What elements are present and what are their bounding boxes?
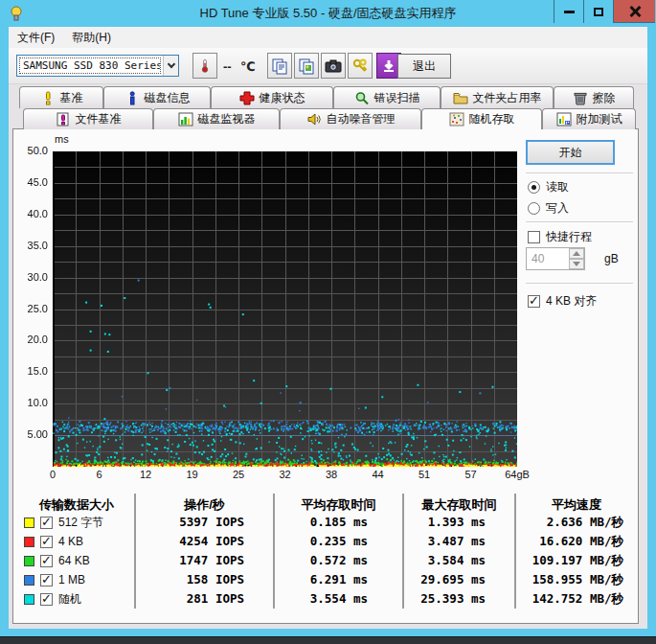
chevron-down-icon[interactable] bbox=[163, 56, 178, 76]
copy-text-icon bbox=[271, 58, 288, 75]
ops-cell: 281 IOPS bbox=[134, 589, 273, 609]
ops-cell: 5397 IOPS bbox=[134, 513, 273, 532]
y-tick-label: 35.0 bbox=[16, 240, 48, 251]
speed-cell: 158.955 MB/秒 bbox=[514, 570, 637, 589]
tab-erase[interactable]: 擦除 bbox=[554, 86, 634, 108]
info-icon bbox=[124, 91, 140, 105]
tab-label: 健康状态 bbox=[260, 90, 305, 106]
menu-file[interactable]: 文件(F) bbox=[9, 28, 63, 48]
options-button[interactable] bbox=[348, 53, 373, 79]
speed-cell: 2.636 MB/秒 bbox=[514, 513, 637, 532]
series-color-swatch bbox=[24, 518, 34, 528]
max-cell: 3.584 ms bbox=[402, 551, 514, 570]
titlebar: HD Tune 专业版 5.50 - 硬盘/固态硬盘实用程序 bbox=[0, 0, 656, 27]
y-tick-label: 20.0 bbox=[16, 334, 48, 345]
series-checkbox[interactable] bbox=[40, 517, 53, 529]
avg-cell: 0.572 ms bbox=[273, 551, 402, 570]
series-label: 4 KB bbox=[58, 535, 83, 548]
avg-cell: 0.235 ms bbox=[273, 532, 402, 551]
exclamation-icon bbox=[40, 91, 56, 105]
capacity-unit-label: gB bbox=[604, 252, 619, 265]
file-exclamation-icon bbox=[56, 112, 71, 126]
tab-label: 基准 bbox=[60, 90, 83, 106]
series-label: 随机 bbox=[58, 591, 81, 608]
tab-label: 磁盘信息 bbox=[145, 90, 191, 106]
max-cell: 29.695 ms bbox=[402, 570, 514, 589]
tab-random-access[interactable]: 随机存取 bbox=[421, 108, 542, 129]
tab-label: 随机存取 bbox=[469, 111, 515, 127]
table-row-legend: 随机 bbox=[19, 589, 134, 609]
chevron-down-icon bbox=[573, 262, 580, 270]
app-window: HD Tune 专业版 5.50 - 硬盘/固态硬盘实用程序 文件(F) 帮助(… bbox=[0, 0, 656, 644]
spinner-down-button[interactable] bbox=[569, 259, 584, 269]
short-stroke-checkbox[interactable] bbox=[528, 231, 540, 243]
write-radio-row[interactable]: 写入 bbox=[528, 200, 569, 217]
spinner-up-button[interactable] bbox=[569, 248, 584, 259]
chart-grid-icon bbox=[556, 112, 572, 126]
read-radio[interactable] bbox=[528, 181, 540, 194]
y-tick-label: 25.0 bbox=[16, 303, 48, 314]
tab-row-2: 文件基准 磁盘监视器 自动噪音管理 随机存取 附加测试 bbox=[23, 108, 636, 129]
y-tick-label: 50.0 bbox=[16, 145, 48, 156]
tab-benchmark[interactable]: 基准 bbox=[19, 86, 103, 108]
table-row-legend: 1 MB bbox=[19, 570, 134, 589]
camera-button[interactable] bbox=[321, 53, 346, 79]
max-cell: 25.393 ms bbox=[402, 589, 514, 609]
y-tick-label: 15.0 bbox=[16, 365, 48, 377]
tab-extra-tests[interactable]: 附加测试 bbox=[542, 108, 636, 129]
drive-select[interactable]: SAMSUNG SSD 830 Series (64 gB) bbox=[16, 55, 179, 77]
start-button[interactable]: 开始 bbox=[526, 140, 615, 165]
tab-label: 文件夹占用率 bbox=[473, 90, 542, 106]
write-radio[interactable] bbox=[528, 202, 540, 215]
ops-cell: 4254 IOPS bbox=[134, 532, 273, 551]
tab-label: 文件基准 bbox=[76, 111, 122, 127]
series-label: 512 字节 bbox=[58, 515, 103, 531]
write-radio-label: 写入 bbox=[546, 200, 569, 217]
y-tick-label: 40.0 bbox=[16, 208, 48, 219]
avg-cell: 0.185 ms bbox=[273, 513, 402, 532]
tab-health[interactable]: 健康状态 bbox=[211, 86, 333, 108]
short-stroke-row[interactable]: 快捷行程 bbox=[528, 229, 592, 245]
tab-label: 擦除 bbox=[593, 90, 616, 106]
series-label: 64 KB bbox=[58, 554, 90, 567]
x-tick-label: 38 bbox=[310, 469, 352, 480]
tab-aam[interactable]: 自动噪音管理 bbox=[280, 108, 421, 129]
x-tick-label: 0 bbox=[32, 469, 74, 480]
copy-image-button[interactable] bbox=[294, 53, 319, 79]
close-button[interactable] bbox=[613, 0, 655, 23]
tab-file-benchmark[interactable]: 文件基准 bbox=[23, 108, 153, 129]
y-tick-label: 10.0 bbox=[16, 397, 48, 408]
menu-help[interactable]: 帮助(H) bbox=[63, 28, 120, 48]
window-frame bbox=[0, 629, 656, 636]
copy-text-button[interactable] bbox=[267, 53, 292, 79]
x-tick-label: 6 bbox=[79, 469, 121, 480]
read-radio-row[interactable]: 读取 bbox=[528, 179, 569, 196]
folder-icon bbox=[453, 91, 468, 105]
series-checkbox[interactable] bbox=[40, 536, 53, 548]
magnifier-icon bbox=[354, 91, 370, 105]
tab-error-scan[interactable]: 错误扫描 bbox=[333, 86, 441, 108]
divider bbox=[526, 283, 633, 285]
series-checkbox[interactable] bbox=[40, 593, 53, 606]
temperature-button[interactable] bbox=[192, 53, 217, 79]
tab-disk-info[interactable]: 磁盘信息 bbox=[103, 86, 211, 108]
drive-select-value: SAMSUNG SSD 830 Series (64 gB) bbox=[19, 58, 161, 74]
align-row[interactable]: 4 KB 对齐 bbox=[528, 293, 597, 310]
align-checkbox[interactable] bbox=[528, 295, 540, 308]
camera-icon bbox=[325, 58, 342, 74]
tab-disk-monitor[interactable]: 磁盘监视器 bbox=[153, 108, 280, 129]
capacity-value: 40 bbox=[527, 248, 569, 269]
chevron-up-icon bbox=[573, 247, 580, 256]
toolbar: SAMSUNG SSD 830 Series (64 gB) -- ℃ 退出 bbox=[9, 48, 647, 84]
series-checkbox[interactable] bbox=[40, 555, 53, 567]
series-checkbox[interactable] bbox=[40, 574, 53, 586]
exit-button[interactable]: 退出 bbox=[397, 54, 451, 79]
maximize-button[interactable] bbox=[583, 0, 613, 23]
capacity-spinner[interactable]: 40 bbox=[526, 247, 585, 270]
max-cell: 3.487 ms bbox=[402, 532, 514, 551]
access-time-scatter-chart bbox=[53, 151, 517, 467]
close-icon bbox=[629, 6, 641, 17]
y-axis-unit-label: ms bbox=[55, 133, 69, 145]
tab-folder-usage[interactable]: 文件夹占用率 bbox=[441, 86, 554, 108]
minimize-button[interactable] bbox=[554, 0, 583, 23]
